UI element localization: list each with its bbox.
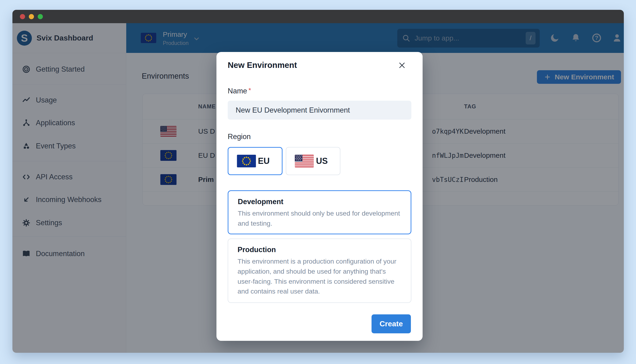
region-option-label: EU [258, 156, 270, 166]
app-viewport: S Svix Dashboard Getting Started Usage [13, 23, 624, 353]
region-option-us[interactable]: US [286, 147, 340, 175]
close-icon [397, 61, 407, 70]
modal-title: New Environment [228, 60, 297, 70]
us-flag-icon [295, 155, 314, 167]
region-option-label: US [316, 156, 328, 166]
environment-name-input[interactable] [228, 101, 411, 120]
region-field-label: Region [228, 132, 251, 141]
type-card-title: Production [238, 246, 401, 254]
desktop-background: S Svix Dashboard Getting Started Usage [0, 0, 636, 364]
window-titlebar [13, 10, 624, 23]
name-field-label: Name* [228, 86, 251, 95]
close-window-button[interactable] [20, 14, 25, 19]
required-asterisk: * [249, 86, 251, 94]
app-window: S Svix Dashboard Getting Started Usage [13, 10, 624, 353]
minimize-window-button[interactable] [29, 14, 34, 19]
eu-flag-icon [237, 155, 256, 167]
close-modal-button[interactable] [397, 60, 407, 71]
create-button[interactable]: Create [372, 314, 411, 333]
type-card-description: This environment is a production configu… [238, 256, 401, 296]
name-label-text: Name [228, 87, 247, 95]
new-environment-modal: New Environment Name* Region EU [216, 52, 423, 341]
environment-type-development[interactable]: Development This environment should only… [228, 190, 411, 234]
maximize-window-button[interactable] [38, 14, 43, 19]
environment-type-production[interactable]: Production This environment is a product… [228, 238, 411, 303]
type-card-description: This environment should only be used for… [238, 208, 401, 228]
type-card-title: Development [238, 198, 401, 206]
region-option-eu[interactable]: EU [228, 147, 283, 175]
